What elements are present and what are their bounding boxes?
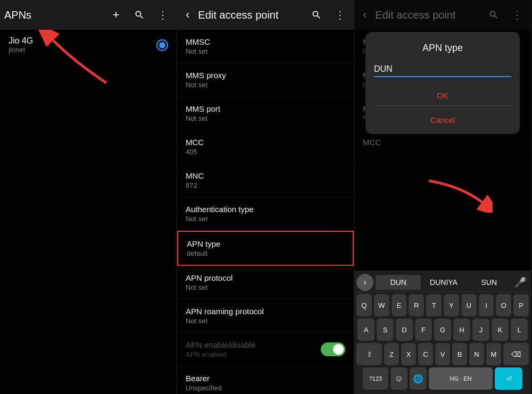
back-button-2[interactable]: ‹ xyxy=(181,6,194,24)
keyboard: › DUN DUNIYA SUN 🎤 Q W E R T Y U I O P A… xyxy=(354,271,531,394)
key-enter[interactable]: ⏎ xyxy=(495,367,522,390)
key-h[interactable]: H xyxy=(453,318,470,341)
keyboard-row-4: ?123 ☺ 🌐 HG · EN ⏎ xyxy=(356,367,529,390)
setting-apn-roaming[interactable]: APN roaming protocol Not set xyxy=(177,299,354,333)
toggle-label-text: APN enable/disable APN enabled xyxy=(186,340,256,358)
more-button-2[interactable]: ⋮ xyxy=(330,5,350,24)
setting-value: Not set xyxy=(186,81,345,89)
setting-label: APN enable/disable xyxy=(186,340,256,349)
setting-value: Unspecified xyxy=(186,384,345,392)
setting-bearer[interactable]: Bearer Unspecified xyxy=(177,366,354,394)
radio-selected[interactable] xyxy=(156,39,168,51)
search-button-2[interactable] xyxy=(307,5,326,24)
key-m[interactable]: M xyxy=(486,343,501,365)
apn-item-text: Jio 4G jionet xyxy=(9,36,156,54)
keyboard-row-1: Q W E R T Y U I O P xyxy=(356,294,529,316)
key-d[interactable]: D xyxy=(396,318,413,341)
setting-label: MMS port xyxy=(186,104,345,113)
setting-label: APN protocol xyxy=(186,273,345,282)
suggestion-duniya[interactable]: DUNIYA xyxy=(421,275,466,290)
setting-value: Not set xyxy=(186,317,345,325)
key-u[interactable]: U xyxy=(461,294,477,316)
apn-sub: jionet xyxy=(9,46,156,54)
setting-label: Bearer xyxy=(186,374,345,383)
setting-value: Not set xyxy=(186,114,345,122)
keyboard-suggestions: › DUN DUNIYA SUN 🎤 xyxy=(356,273,529,292)
apn-toggle[interactable] xyxy=(321,342,345,356)
apn-type-modal: APN type OK Cancel xyxy=(365,32,520,134)
setting-value: Not set xyxy=(186,283,345,291)
key-g[interactable]: G xyxy=(434,318,451,341)
setting-apn-protocol[interactable]: APN protocol Not set xyxy=(177,266,354,299)
key-f[interactable]: F xyxy=(415,318,432,341)
key-j[interactable]: J xyxy=(472,318,489,341)
topbar-title-apns: APNs xyxy=(4,9,102,21)
topbar-apns: APNs + ⋮ xyxy=(0,0,177,30)
setting-apn-enable: APN enable/disable APN enabled xyxy=(177,333,354,366)
topbar-title-2: Edit access point xyxy=(198,9,303,21)
setting-label: MMS proxy xyxy=(186,71,345,80)
key-t[interactable]: T xyxy=(426,294,442,316)
key-c[interactable]: C xyxy=(418,343,433,365)
keyboard-row-3: ⇧ Z X C V B N M ⌫ xyxy=(356,343,529,365)
modal-cancel-button[interactable]: Cancel xyxy=(374,110,511,130)
key-k[interactable]: K xyxy=(492,318,509,341)
setting-mcc[interactable]: MCC 405 xyxy=(177,130,354,164)
key-o[interactable]: O xyxy=(496,294,511,316)
key-s[interactable]: S xyxy=(377,318,394,341)
search-button-1[interactable] xyxy=(130,5,149,24)
key-l[interactable]: L xyxy=(511,318,528,341)
setting-label: MNC xyxy=(186,171,345,180)
key-emoji[interactable]: ☺ xyxy=(390,367,408,390)
key-w[interactable]: W xyxy=(374,294,389,316)
panel-edit-apn-dialog: 12:26 📡 📶 31% ‹ Edit access point ⋮ MMSC… xyxy=(354,0,531,394)
suggestion-sun[interactable]: SUN xyxy=(467,275,512,290)
key-lang[interactable]: HG · EN xyxy=(429,367,493,390)
suggestion-dun[interactable]: DUN xyxy=(376,275,421,290)
key-n[interactable]: N xyxy=(469,343,484,365)
modal-ok-button[interactable]: OK xyxy=(374,86,511,106)
key-shift[interactable]: ⇧ xyxy=(356,343,382,365)
setting-mmsc[interactable]: MMSC Not set xyxy=(177,30,354,63)
setting-mms-proxy[interactable]: MMS proxy Not set xyxy=(177,63,354,97)
key-x[interactable]: X xyxy=(401,343,416,365)
apn-list-content: Jio 4G jionet xyxy=(0,30,177,394)
setting-mnc[interactable]: MNC 872 xyxy=(177,164,354,197)
key-delete[interactable]: ⌫ xyxy=(503,343,529,365)
modal-title: APN type xyxy=(374,43,511,54)
setting-mms-port[interactable]: MMS port Not set xyxy=(177,97,354,130)
toggle-row: APN enable/disable APN enabled xyxy=(186,340,345,358)
setting-label: APN roaming protocol xyxy=(186,307,345,316)
setting-value: APN enabled xyxy=(186,350,256,358)
setting-label: Authentication type xyxy=(186,205,345,214)
key-a[interactable]: A xyxy=(358,318,375,341)
setting-value: 872 xyxy=(186,181,345,189)
key-e[interactable]: E xyxy=(392,294,407,316)
add-button[interactable]: + xyxy=(106,5,126,24)
key-i[interactable]: I xyxy=(479,294,494,316)
key-p[interactable]: P xyxy=(513,294,529,316)
key-symbols[interactable]: ?123 xyxy=(363,367,388,390)
suggestion-arrow[interactable]: › xyxy=(356,274,373,291)
modal-actions: OK Cancel xyxy=(374,86,511,130)
panel-edit-apn: 12:26 📡 📶 31% ‹ Edit access point ⋮ MMSC… xyxy=(177,0,354,394)
key-q[interactable]: Q xyxy=(356,294,372,316)
panel-apns: 12:26 📡 📶 31% APNs + ⋮ Jio 4G jionet xyxy=(0,0,177,394)
apn-list-item[interactable]: Jio 4G jionet xyxy=(0,30,177,60)
setting-auth-type[interactable]: Authentication type Not set xyxy=(177,197,354,231)
key-z[interactable]: Z xyxy=(384,343,399,365)
setting-label: APN type xyxy=(187,239,344,248)
key-v[interactable]: V xyxy=(435,343,450,365)
keyboard-row-2: A S D F G H J K L xyxy=(356,318,529,341)
setting-label: MMSC xyxy=(186,37,345,46)
microphone-icon[interactable]: 🎤 xyxy=(512,274,529,291)
key-y[interactable]: Y xyxy=(444,294,459,316)
key-globe[interactable]: 🌐 xyxy=(410,367,427,390)
apn-type-input[interactable] xyxy=(374,62,511,77)
key-r[interactable]: R xyxy=(409,294,424,316)
key-b[interactable]: B xyxy=(452,343,467,365)
setting-value: default xyxy=(187,249,344,257)
more-button-1[interactable]: ⋮ xyxy=(153,5,172,24)
setting-apn-type[interactable]: APN type default xyxy=(177,231,354,266)
setting-label: MCC xyxy=(186,138,345,147)
